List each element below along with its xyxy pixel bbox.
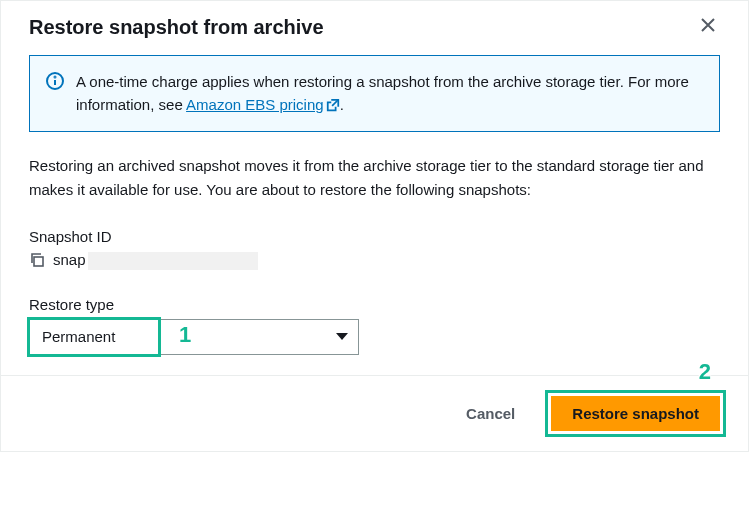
- annotation-badge-2: 2: [699, 359, 711, 385]
- snapshot-id-value: snap: [53, 251, 258, 270]
- cancel-button[interactable]: Cancel: [448, 397, 533, 430]
- dialog-title: Restore snapshot from archive: [29, 16, 324, 39]
- dialog-description: Restoring an archived snapshot moves it …: [29, 154, 720, 202]
- snapshot-id-prefix: snap: [53, 251, 86, 268]
- dialog-body: A one-time charge applies when restoring…: [1, 49, 748, 375]
- info-text-suffix: .: [340, 96, 344, 113]
- restore-type-select[interactable]: Permanent: [29, 319, 359, 355]
- chevron-down-icon: [336, 333, 348, 340]
- info-icon: [46, 72, 64, 90]
- info-text-prefix: A one-time charge applies when restoring…: [76, 73, 689, 113]
- snapshot-id-row: snap: [29, 251, 720, 270]
- external-link-icon: [326, 95, 340, 109]
- close-button[interactable]: [696, 15, 720, 39]
- restore-type-field: Permanent 1: [29, 319, 359, 355]
- snapshot-id-redacted: [88, 252, 258, 270]
- annotation-highlight-2: Restore snapshot 2: [545, 390, 726, 437]
- close-icon: [701, 18, 715, 36]
- pricing-link[interactable]: Amazon EBS pricing: [186, 96, 340, 113]
- dialog-footer: Cancel Restore snapshot 2: [1, 375, 748, 451]
- info-alert: A one-time charge applies when restoring…: [29, 55, 720, 132]
- restore-type-label: Restore type: [29, 296, 720, 313]
- restore-snapshot-dialog: Restore snapshot from archive A one-time…: [0, 0, 749, 452]
- restore-snapshot-button[interactable]: Restore snapshot: [551, 396, 720, 431]
- snapshot-id-label: Snapshot ID: [29, 228, 720, 245]
- info-text: A one-time charge applies when restoring…: [76, 70, 703, 117]
- svg-point-2: [55, 77, 56, 78]
- annotation-badge-1: 1: [179, 322, 191, 348]
- copy-icon[interactable]: [29, 252, 45, 268]
- dialog-header: Restore snapshot from archive: [1, 1, 748, 49]
- pricing-link-text: Amazon EBS pricing: [186, 96, 324, 113]
- restore-type-value: Permanent: [42, 328, 115, 345]
- svg-rect-3: [34, 257, 43, 266]
